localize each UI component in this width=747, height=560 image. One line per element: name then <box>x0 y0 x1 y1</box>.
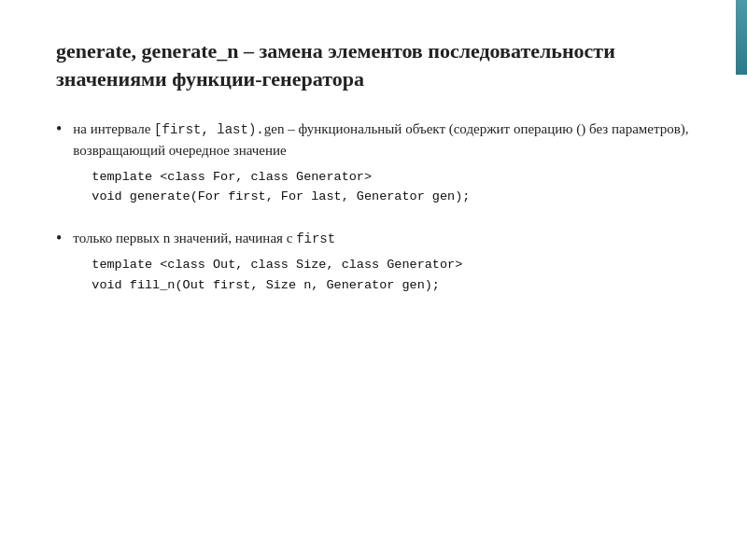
bullet1-text-middle: gen <box>264 121 285 136</box>
content: • на интервале [first, last).gen – функц… <box>56 119 691 295</box>
bullet-dot-1: • <box>56 119 62 139</box>
bullet1-text-prefix: на интервале <box>73 121 154 136</box>
bullet2-code-line1: template <class Out, class Size, class G… <box>92 255 691 275</box>
bullet-dot-2: • <box>56 229 62 248</box>
page: generate, generate_n – замена элементов … <box>0 0 747 560</box>
bullet-item-1: • на интервале [first, last).gen – функц… <box>56 119 691 207</box>
accent-bar <box>736 0 747 75</box>
bullet1-code-block: template <class For, class Generator> vo… <box>92 167 691 207</box>
bullet2-paragraph: только первых n значений, начиная с firs… <box>73 228 691 249</box>
bullet-text-2: только первых n значений, начиная с firs… <box>73 228 691 295</box>
bullet-item-2: • только первых n значений, начиная с fi… <box>56 228 691 295</box>
bullet-text-1: на интервале [first, last).gen – функцио… <box>73 119 691 207</box>
bullet1-code-inline: [first, last). <box>154 122 264 137</box>
bullet2-text-prefix: только первых n значений, начиная с <box>73 231 296 245</box>
bullet1-code-line1: template <class For, class Generator> <box>92 167 691 188</box>
bullet2-code-block: template <class Out, class Size, class G… <box>92 255 691 295</box>
bullet2-code-line2: void fill_n(Out first, Size n, Generator… <box>92 275 691 296</box>
bullet2-code-inline: first <box>296 231 335 246</box>
bullet1-code-line2: void generate(For first, For last, Gener… <box>92 187 691 207</box>
page-title: generate, generate_n – замена элементов … <box>56 37 691 92</box>
bullet1-paragraph: на интервале [first, last).gen – функцио… <box>73 119 691 161</box>
